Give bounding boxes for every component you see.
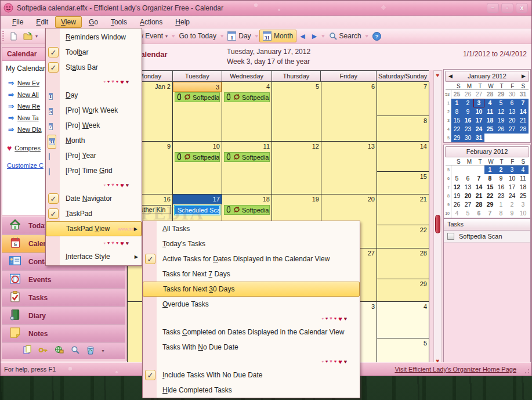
mini-day[interactable]: 10	[517, 209, 529, 218]
next-month-arrow[interactable]: ▶	[522, 71, 526, 81]
mini-day[interactable]: 9	[462, 107, 473, 116]
mini-day[interactable]: 8	[451, 107, 462, 116]
view-menu-item-pro-year[interactable]: [Pro] Year	[46, 148, 142, 163]
mini-day[interactable]: 22	[451, 125, 462, 134]
sidebar-button-events[interactable]: Events	[2, 271, 125, 289]
open-dropdown-arrow[interactable]: ▾	[35, 34, 38, 39]
mini-day[interactable]: 16	[462, 116, 473, 125]
next-arrow-button[interactable]: ▶	[309, 31, 320, 41]
home-page-link[interactable]: Visit Efficient Lady's Organizer Home Pa…	[395, 366, 516, 373]
view-menu-item-pro-time-grid[interactable]: [Pro] Time Grid	[46, 163, 142, 178]
taskpad-submenu-item-all-tasks[interactable]: All Tasks	[143, 221, 360, 236]
mini-day[interactable]: 27	[506, 125, 517, 134]
mini-month-header[interactable]: February 2012	[445, 146, 529, 157]
close-button[interactable]: x	[516, 3, 528, 13]
scrollbar-thumb[interactable]	[435, 215, 440, 233]
mini-day[interactable]: 20	[462, 192, 473, 200]
mini-day[interactable]: 22	[484, 192, 495, 200]
mini-day[interactable]: 19	[495, 116, 506, 125]
view-menu-item-interface-style[interactable]: Interface Style▶	[46, 249, 142, 264]
view-menu-item-pro-work-week[interactable]: 5[Pro] Work Week	[46, 103, 142, 118]
day-view-button[interactable]: 1 Day	[225, 30, 254, 42]
mini-day[interactable]: 11	[517, 174, 529, 183]
mini-day[interactable]: 16	[495, 183, 506, 192]
saturday-half[interactable]: 28	[377, 248, 429, 279]
mini-day[interactable]: 9	[495, 174, 506, 183]
mini-day[interactable]: 7	[473, 174, 484, 183]
mini-day[interactable]: 14	[473, 183, 484, 192]
menubar-item-edit[interactable]: Edit	[30, 16, 54, 28]
task-checkbox[interactable]	[447, 233, 454, 240]
more-tools-arrow[interactable]: ▾	[102, 348, 104, 354]
calendar-day-cell[interactable]: 4Softpedia	[222, 82, 272, 142]
mini-day[interactable]: 29	[484, 200, 495, 209]
previous-arrow-button[interactable]: ◀	[296, 31, 308, 41]
month-view-button[interactable]: 31 Month	[259, 30, 296, 42]
calendar-day-cell[interactable]: 10Softpedia	[173, 142, 222, 194]
taskpad-submenu-item-active-tasks-for-dates-displayed-in-the-calendar-view[interactable]: ✓Active Tasks for Dates Displayed in the…	[143, 251, 360, 266]
mini-day[interactable]: 9	[506, 209, 517, 218]
view-menu-item-pro-week[interactable]: 7[Pro] Week	[46, 118, 142, 133]
mini-day[interactable]: 25	[451, 90, 462, 99]
mini-day[interactable]: 12	[495, 107, 506, 116]
view-menu-item-reminders-window[interactable]: Reminders Window	[46, 30, 142, 45]
previous-month-arrow[interactable]: ◀	[448, 71, 453, 81]
menubar-item-actions[interactable]: Actions	[134, 16, 168, 28]
menubar-item-tools[interactable]: Tools	[105, 16, 133, 28]
mini-day[interactable]: 2	[506, 200, 517, 209]
taskpad-submenu-item-tasks-with-no-due-date[interactable]: Tasks With No Due Date	[143, 340, 360, 355]
search-button[interactable]: Search	[326, 31, 364, 41]
go-to-today-button[interactable]: Go to Today	[176, 31, 219, 41]
sunday-half[interactable]: 15	[377, 171, 429, 194]
mini-day[interactable]: 21	[517, 116, 529, 125]
mini-day[interactable]: 13	[462, 183, 473, 192]
mini-month-header[interactable]: ◀▶January 2012	[445, 71, 529, 82]
calendar-day-cell[interactable]: 3Softpedia	[173, 82, 222, 142]
taskpad-submenu-item-tasks-for-next-30-days[interactable]: Tasks for Next 30 Days	[143, 282, 360, 297]
mini-day[interactable]: 25	[484, 125, 495, 134]
mini-day[interactable]: 25	[517, 192, 529, 200]
mini-day[interactable]: 1	[451, 99, 462, 107]
mini-day[interactable]: 28	[517, 125, 529, 134]
view-menu-item-taskpad-view[interactable]: TaskPad Viewwww.softpedia.com▶	[46, 221, 142, 236]
sunday-half[interactable]: 22	[377, 225, 429, 248]
minimize-button[interactable]: –	[487, 3, 499, 13]
key-icon[interactable]	[38, 346, 48, 356]
mini-day[interactable]: 11	[484, 107, 495, 116]
saturday-half[interactable]: 7	[377, 82, 429, 116]
calendar-day-cell[interactable]: 5	[272, 82, 321, 142]
event-softpedia-scan[interactable]: Softpedia	[224, 92, 270, 102]
calendar-day-cell[interactable]: 1415	[377, 142, 429, 194]
taskpad-submenu-item-include-tasks-with-no-due-date[interactable]: ✓Include Tasks With No Due Date	[143, 367, 360, 383]
mini-day[interactable]: 29	[451, 134, 462, 142]
saturday-half[interactable]: 14	[377, 142, 429, 171]
globe-lock-icon[interactable]	[55, 345, 64, 357]
menubar-item-view[interactable]: View	[55, 16, 82, 28]
mini-day[interactable]: 20	[506, 116, 517, 125]
mini-day[interactable]: 12	[451, 183, 462, 192]
sidebar-button-notes[interactable]: Notes	[2, 325, 125, 343]
mini-day[interactable]: 2	[462, 99, 473, 107]
mini-day[interactable]: 5	[462, 209, 473, 218]
calendar-day-cell[interactable]: 13	[321, 142, 377, 194]
mini-day[interactable]: 8	[495, 209, 506, 218]
taskpad-submenu-item-tasks-completed-on-dates-displayed-in-the-calendar-view[interactable]: Tasks Completed on Dates Displayed in th…	[143, 325, 360, 340]
mini-day[interactable]: 23	[495, 192, 506, 200]
mini-day[interactable]: 10	[506, 174, 517, 183]
maximize-button[interactable]: ▫	[501, 3, 513, 13]
new-file-button[interactable]	[6, 31, 20, 42]
mini-day[interactable]: 28	[484, 90, 495, 99]
mini-day[interactable]: 18	[517, 183, 529, 192]
mini-day[interactable]: 3	[506, 165, 517, 174]
mini-day[interactable]: 29	[495, 90, 506, 99]
mini-day[interactable]: 31	[473, 134, 484, 142]
view-menu-item-toolbar[interactable]: ✓Toolbar	[46, 45, 142, 60]
sunday-half[interactable]: 29	[377, 279, 429, 301]
saturday-half[interactable]: 21	[377, 194, 429, 225]
mini-day[interactable]: 26	[462, 90, 473, 99]
mini-day[interactable]: 27	[473, 90, 484, 99]
mini-day[interactable]: 23	[462, 125, 473, 134]
taskpad-submenu-item-today-s-tasks[interactable]: Today's Tasks	[143, 236, 360, 251]
recycle-bin-icon[interactable]	[86, 345, 95, 357]
mini-day[interactable]: 1	[484, 165, 495, 174]
